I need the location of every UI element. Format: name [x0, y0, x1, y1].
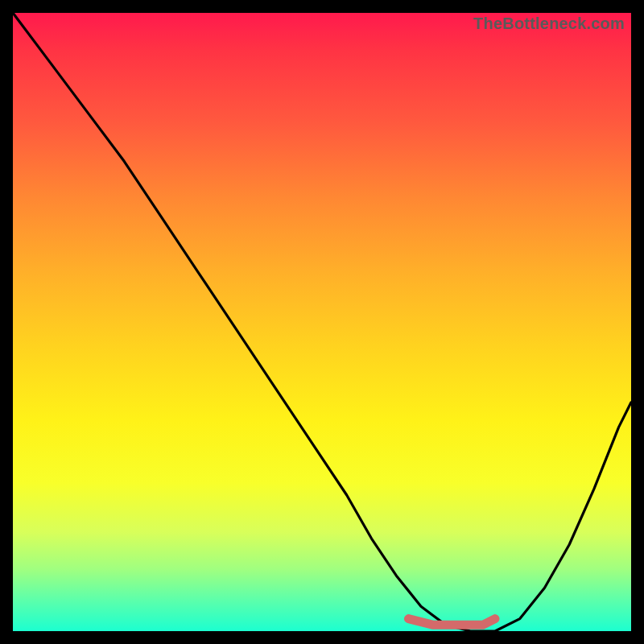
bottleneck-curve [13, 13, 631, 631]
optimal-zone-marker [409, 619, 496, 625]
chart-svg [13, 13, 631, 631]
chart-area: TheBottleneck.com [13, 13, 631, 631]
